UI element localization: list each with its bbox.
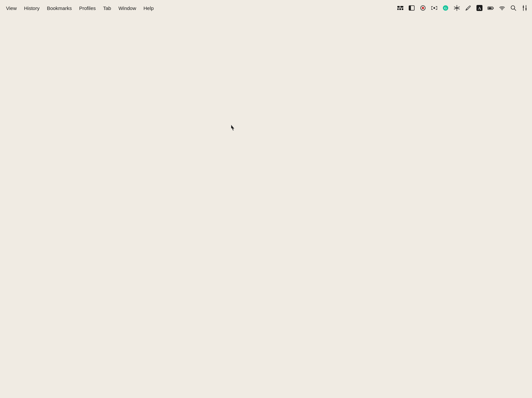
menu-bar-right: G A [396, 3, 529, 13]
svg-line-23 [514, 9, 516, 11]
svg-point-22 [511, 6, 515, 9]
svg-rect-20 [488, 7, 492, 9]
svg-rect-3 [399, 8, 401, 10]
menu-item-tab[interactable]: Tab [100, 4, 114, 12]
main-content [0, 16, 532, 398]
svg-point-10 [434, 7, 435, 9]
menu-item-help[interactable]: Help [140, 4, 157, 12]
svg-rect-7 [409, 6, 411, 10]
perplexity-icon[interactable] [452, 3, 462, 13]
font-icon[interactable]: A [475, 3, 484, 13]
svg-rect-2 [397, 8, 399, 10]
grammarly-icon[interactable]: G [441, 3, 450, 13]
menu-bar-left: View History Bookmarks Profiles Tab Wind… [3, 4, 157, 12]
control-center-icon[interactable] [520, 3, 529, 13]
svg-text:A: A [478, 6, 481, 11]
screen-capture-icon[interactable] [430, 3, 439, 13]
search-icon[interactable] [509, 3, 518, 13]
sidebar-toggle-icon[interactable] [407, 3, 416, 13]
screen-record-icon[interactable] [418, 3, 428, 13]
svg-rect-1 [400, 6, 403, 8]
menu-item-bookmarks[interactable]: Bookmarks [44, 4, 75, 12]
svg-point-9 [422, 7, 424, 9]
menu-bar: View History Bookmarks Profiles Tab Wind… [0, 0, 532, 16]
svg-text:G: G [444, 6, 447, 10]
mission-control-icon[interactable] [396, 3, 405, 13]
menu-item-window[interactable]: Window [115, 4, 139, 12]
svg-rect-4 [402, 8, 403, 10]
battery-icon[interactable] [486, 3, 495, 13]
pen-tool-icon[interactable] [464, 3, 473, 13]
svg-rect-0 [397, 6, 400, 8]
menu-item-view[interactable]: View [3, 4, 20, 12]
menu-item-profiles[interactable]: Profiles [76, 4, 99, 12]
wifi-icon[interactable] [497, 3, 507, 13]
svg-point-21 [502, 10, 502, 10]
menu-item-history[interactable]: History [21, 4, 43, 12]
